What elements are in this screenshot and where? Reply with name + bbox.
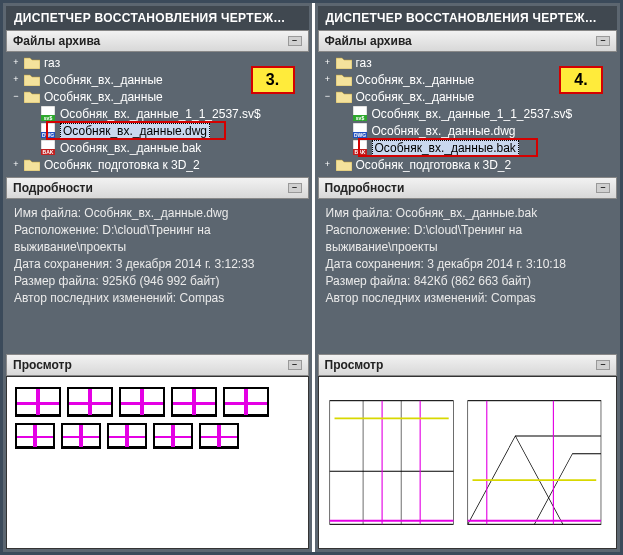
detail-value: Compas [180, 291, 225, 305]
folder-icon [336, 158, 352, 172]
tree-file[interactable]: DWGОсобняк_вх._данные.dwg [6, 122, 309, 139]
tree-twisty-icon[interactable]: + [322, 57, 334, 69]
folder-icon [24, 73, 40, 87]
tree-item-label: Особняк_подготовка к 3D_2 [44, 158, 200, 172]
preview-section-header[interactable]: Просмотр – [6, 354, 309, 376]
svg-text:sv$: sv$ [355, 115, 364, 121]
details-section-label: Подробности [13, 181, 93, 195]
tree-item-label: Особняк_вх._данные [44, 73, 163, 87]
svg-text:DWG: DWG [42, 132, 54, 138]
floorplan-preview [325, 383, 611, 542]
folder-icon [336, 73, 352, 87]
archive-section-header[interactable]: Файлы архива – [6, 30, 309, 52]
archive-section-label: Файлы архива [325, 34, 412, 48]
collapse-icon[interactable]: – [596, 360, 610, 370]
detail-label: Автор последних изменений: [326, 291, 488, 305]
dwg-file-icon: DWG [352, 124, 368, 138]
svg-text:DWG: DWG [353, 132, 365, 138]
sv-file-icon: sv$ [352, 107, 368, 121]
archive-section-header[interactable]: Файлы архива – [318, 30, 618, 52]
detail-value: 925Кб (946 992 байт) [102, 274, 219, 288]
tree-item-label: Особняк_подготовка к 3D_2 [356, 158, 512, 172]
tree-twisty-icon[interactable]: + [322, 159, 334, 171]
tree-item-label: газ [44, 56, 60, 70]
tree-item-label: газ [356, 56, 372, 70]
tree-file[interactable]: DWGОсобняк_вх._данные.dwg [318, 122, 618, 139]
drawing-thumbnail [61, 423, 101, 449]
recovery-panel-left: ДИСПЕТЧЕР ВОССТАНОВЛЕНИЯ ЧЕРТЕЖ… Файлы а… [3, 3, 312, 552]
tree-file[interactable]: BAKОсобняк_вх._данные.bak [6, 139, 309, 156]
tree-twisty-icon[interactable]: − [322, 91, 334, 103]
tree-twisty-icon[interactable]: + [10, 159, 22, 171]
panel-title: ДИСПЕТЧЕР ВОССТАНОВЛЕНИЯ ЧЕРТЕЖ… [6, 6, 309, 30]
recovery-panel-right: ДИСПЕТЧЕР ВОССТАНОВЛЕНИЯ ЧЕРТЕЖ… Файлы а… [312, 3, 621, 552]
tree-item-label: Особняк_вх._данные_1_1_2537.sv$ [372, 107, 573, 121]
details-pane: Имя файла: Особняк_вх._данные.bak Распол… [318, 199, 618, 354]
preview-section-label: Просмотр [325, 358, 384, 372]
detail-value: 3 декабря 2014 г. 3:10:18 [427, 257, 566, 271]
annotation-badge: 3. [251, 66, 295, 94]
tree-folder[interactable]: +Особняк_подготовка к 3D_2 [6, 156, 309, 173]
preview-thumbnails [7, 377, 308, 459]
details-section-label: Подробности [325, 181, 405, 195]
detail-value: Особняк_вх._данные.dwg [84, 206, 228, 220]
comparison-container: ДИСПЕТЧЕР ВОССТАНОВЛЕНИЯ ЧЕРТЕЖ… Файлы а… [0, 0, 623, 555]
tree-item-label: Особняк_вх._данные.dwg [60, 123, 210, 139]
dwg-file-icon: DWG [40, 124, 56, 138]
annotation-badge: 4. [559, 66, 603, 94]
tree-item-label: Особняк_вх._данные.bak [372, 140, 519, 156]
drawing-thumbnail [223, 387, 269, 417]
bak-file-icon: BAK [40, 141, 56, 155]
detail-value: 3 декабря 2014 г. 3:12:33 [116, 257, 255, 271]
tree-item-label: Особняк_вх._данные_1_1_2537.sv$ [60, 107, 261, 121]
tree-item-label: Особняк_вх._данные [44, 90, 163, 104]
details-pane: Имя файла: Особняк_вх._данные.dwg Распол… [6, 199, 309, 354]
svg-text:sv$: sv$ [44, 115, 53, 121]
preview-section-header[interactable]: Просмотр – [318, 354, 618, 376]
detail-value: Compas [491, 291, 536, 305]
detail-label: Размер файла: [326, 274, 411, 288]
preview-pane [318, 376, 618, 549]
drawing-thumbnail [171, 387, 217, 417]
drawing-thumbnail [107, 423, 147, 449]
detail-value: Особняк_вх._данные.bak [396, 206, 537, 220]
tree-item-label: Особняк_вх._данные.bak [60, 141, 201, 155]
collapse-icon[interactable]: – [288, 183, 302, 193]
drawing-thumbnail [15, 387, 61, 417]
folder-icon [24, 90, 40, 104]
tree-file[interactable]: sv$Особняк_вх._данные_1_1_2537.sv$ [318, 105, 618, 122]
sv-file-icon: sv$ [40, 107, 56, 121]
detail-label: Имя файла: [326, 206, 393, 220]
preview-section-label: Просмотр [13, 358, 72, 372]
tree-item-label: Особняк_вх._данные [356, 73, 475, 87]
detail-label: Дата сохранения: [326, 257, 424, 271]
tree-item-label: Особняк_вх._данные.dwg [372, 124, 516, 138]
detail-label: Расположение: [326, 223, 411, 237]
detail-label: Расположение: [14, 223, 99, 237]
svg-rect-22 [467, 401, 600, 525]
details-section-header[interactable]: Подробности – [318, 177, 618, 199]
detail-value: 842Кб (862 663 байт) [414, 274, 531, 288]
folder-icon [336, 90, 352, 104]
details-section-header[interactable]: Подробности – [6, 177, 309, 199]
collapse-icon[interactable]: – [596, 183, 610, 193]
svg-text:BAK: BAK [354, 149, 365, 155]
drawing-thumbnail [67, 387, 113, 417]
tree-twisty-icon[interactable]: − [10, 91, 22, 103]
collapse-icon[interactable]: – [596, 36, 610, 46]
folder-icon [24, 158, 40, 172]
drawing-thumbnail [153, 423, 193, 449]
tree-folder[interactable]: +Особняк_подготовка к 3D_2 [318, 156, 618, 173]
bak-file-icon: BAK [352, 141, 368, 155]
tree-twisty-icon[interactable]: + [10, 57, 22, 69]
detail-label: Размер файла: [14, 274, 99, 288]
collapse-icon[interactable]: – [288, 360, 302, 370]
file-tree: 4. +газ+Особняк_вх._данные−Особняк_вх._д… [318, 52, 618, 177]
collapse-icon[interactable]: – [288, 36, 302, 46]
tree-file[interactable]: sv$Особняк_вх._данные_1_1_2537.sv$ [6, 105, 309, 122]
tree-twisty-icon[interactable]: + [10, 74, 22, 86]
tree-file[interactable]: BAKОсобняк_вх._данные.bak [318, 139, 618, 156]
detail-label: Дата сохранения: [14, 257, 112, 271]
tree-twisty-icon[interactable]: + [322, 74, 334, 86]
folder-icon [336, 56, 352, 70]
